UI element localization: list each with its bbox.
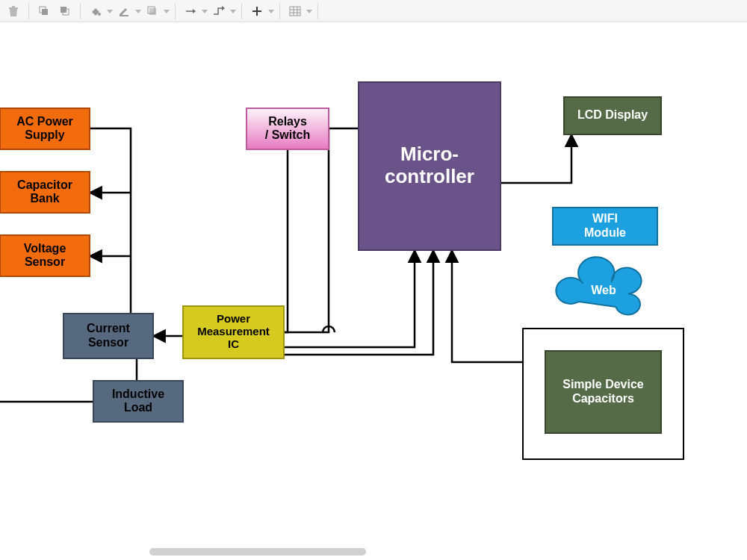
edge-pmic-to-micro1[interactable] — [284, 127, 329, 332]
svg-rect-0 — [9, 7, 18, 9]
toolbar-separator — [80, 3, 81, 19]
block-web[interactable]: Web — [556, 257, 641, 314]
block-micro[interactable]: Micro-controller — [359, 82, 500, 250]
fill-color-button[interactable] — [85, 1, 114, 22]
block-label: / Switch — [265, 128, 310, 141]
chevron-down-icon — [106, 1, 114, 22]
svg-rect-11 — [290, 7, 300, 16]
block-capacitor[interactable]: CapacitorBank — [0, 172, 90, 213]
block-label: Capacitors — [572, 392, 634, 405]
block-label: Voltage — [24, 242, 66, 255]
edge-micro-to-lcd[interactable] — [500, 134, 571, 183]
block-relays[interactable]: Relays/ Switch — [247, 108, 329, 149]
waypoint-icon — [208, 1, 229, 22]
svg-point-6 — [98, 13, 101, 16]
edge-pmic-to-micro2b[interactable] — [284, 250, 433, 355]
horizontal-scrollbar[interactable] — [149, 548, 366, 556]
line-color-button[interactable] — [114, 1, 142, 22]
svg-rect-8 — [149, 8, 156, 15]
block-label: IC — [228, 337, 239, 350]
block-label: Load — [124, 401, 152, 414]
block-label: Current — [87, 322, 130, 335]
chevron-down-icon — [201, 1, 208, 22]
block-label: Sensor — [88, 336, 128, 349]
toolbar-separator — [28, 3, 29, 19]
svg-rect-1 — [12, 6, 15, 7]
block-wifi[interactable]: WIFIModule — [553, 208, 657, 245]
block-inductive[interactable]: InductiveLoad — [93, 381, 183, 422]
block-label: Module — [584, 226, 626, 239]
block-ac_power[interactable]: AC PowerSupply — [0, 108, 90, 149]
plus-icon — [247, 1, 267, 22]
block-label: Relays — [268, 115, 307, 128]
connection-straight-button[interactable] — [180, 1, 208, 22]
fill-bucket-icon — [85, 1, 106, 22]
block-caps[interactable]: Simple DeviceCapacitors — [545, 351, 661, 433]
block-label: Capacitor — [17, 178, 72, 191]
block-label: LCD Display — [577, 108, 648, 121]
diagram-canvas[interactable]: AC PowerSupplyCapacitorBankVoltageSensor… — [0, 22, 747, 560]
block-label: Supply — [25, 128, 64, 141]
chevron-down-icon — [229, 1, 237, 22]
edge-relays-down[interactable] — [284, 149, 288, 332]
block-label: Measurement — [197, 325, 270, 337]
svg-rect-4 — [61, 7, 66, 13]
shadow-button[interactable] — [142, 1, 170, 22]
chevron-down-icon — [306, 1, 313, 22]
block-label: AC Power — [16, 115, 73, 128]
block-label: Micro- — [400, 143, 459, 165]
connection-waypoint-button[interactable] — [208, 1, 237, 22]
block-label: controller — [385, 165, 474, 187]
table-button[interactable] — [285, 1, 313, 22]
edge-caps-to-micro[interactable] — [452, 250, 523, 362]
toolbar-separator — [175, 3, 176, 19]
to-back-icon[interactable] — [55, 1, 75, 22]
table-icon — [285, 1, 306, 22]
toolbar-separator — [317, 3, 318, 19]
block-label: Web — [591, 284, 616, 296]
toolbar — [0, 0, 747, 23]
toolbar-separator — [241, 3, 242, 19]
block-label: Simple Device — [562, 378, 644, 391]
block-label: Sensor — [25, 255, 65, 268]
to-front-icon[interactable] — [34, 1, 55, 22]
shadow-icon — [142, 1, 163, 22]
block-label: WIFI — [592, 212, 618, 225]
pencil-icon — [114, 1, 134, 22]
svg-rect-7 — [120, 15, 128, 16]
chevron-down-icon — [267, 1, 275, 22]
edge-ac-to-bus[interactable] — [90, 128, 131, 193]
block-lcd[interactable]: LCD Display — [564, 97, 661, 134]
block-label: Bank — [30, 192, 59, 205]
chevron-down-icon — [134, 1, 142, 22]
block-current[interactable]: CurrentSensor — [63, 314, 153, 358]
block-power_ic[interactable]: PowerMeasurementIC — [183, 306, 284, 358]
delete-icon[interactable] — [3, 1, 24, 22]
block-voltage[interactable]: VoltageSensor — [0, 235, 90, 276]
chevron-down-icon — [163, 1, 170, 22]
svg-rect-2 — [42, 9, 48, 15]
block-label: Power — [217, 312, 250, 325]
arrow-right-icon — [180, 1, 201, 22]
block-label: Inductive — [112, 388, 164, 400]
toolbar-separator — [279, 3, 280, 19]
add-shape-button[interactable] — [247, 1, 275, 22]
